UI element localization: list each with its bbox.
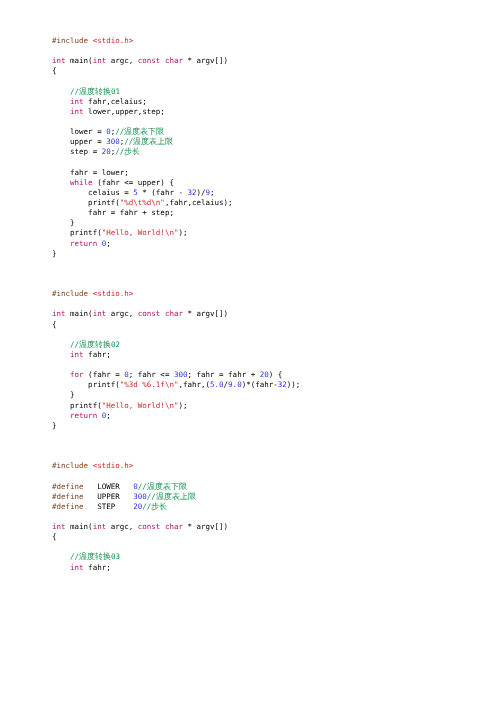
code-token bbox=[52, 563, 70, 572]
code-token: char bbox=[165, 309, 183, 318]
code-token: ); bbox=[178, 228, 187, 237]
code-token: fahr = lower; bbox=[52, 168, 129, 177]
code-token: LOWER bbox=[84, 482, 134, 491]
code-token: lower = bbox=[52, 127, 106, 136]
code-token: ,fahr,( bbox=[178, 380, 210, 389]
code-token: 300 bbox=[106, 137, 120, 146]
code-token: ; bbox=[210, 188, 215, 197]
code-line: #include <stdio.h> bbox=[52, 461, 133, 470]
code-token bbox=[52, 97, 70, 106]
code-line: int fahr; bbox=[52, 563, 111, 572]
code-token bbox=[52, 552, 70, 561]
code-token: const bbox=[138, 56, 161, 65]
code-token: lower,upper,step; bbox=[84, 107, 165, 116]
code-token: #define bbox=[52, 482, 84, 491]
code-token: int bbox=[52, 309, 66, 318]
code-token: 9.0 bbox=[228, 380, 242, 389]
code-line: } bbox=[52, 218, 75, 227]
code-token: int bbox=[93, 56, 107, 65]
code-token: #include bbox=[52, 461, 93, 470]
code-token: )/ bbox=[197, 188, 206, 197]
code-token: ) { bbox=[269, 370, 283, 379]
code-token: } bbox=[52, 218, 75, 227]
code-token bbox=[52, 239, 70, 248]
code-line: printf("Hello, World!\n"); bbox=[52, 401, 187, 410]
code-line: int lower,upper,step; bbox=[52, 107, 165, 116]
code-line: } bbox=[52, 390, 75, 399]
code-token: ); bbox=[178, 401, 187, 410]
code-token bbox=[52, 87, 70, 96]
code-token: //温度表下限 bbox=[138, 482, 187, 491]
code-block: #include <stdio.h> int main(int argc, co… bbox=[52, 36, 460, 573]
code-token bbox=[52, 411, 70, 420]
code-token bbox=[52, 178, 70, 187]
code-token: UPPER bbox=[84, 492, 134, 501]
code-token: //温度转换03 bbox=[70, 552, 120, 561]
code-token: * argv[]) bbox=[183, 522, 228, 531]
code-token: //步长 bbox=[142, 502, 167, 511]
code-token: 20 bbox=[260, 370, 269, 379]
code-line: } bbox=[52, 249, 57, 258]
code-line: upper = 300;//温度表上限 bbox=[52, 137, 173, 146]
code-token: ; bbox=[106, 411, 111, 420]
code-token: <stdio.h> bbox=[93, 289, 134, 298]
code-token bbox=[52, 107, 70, 116]
code-token: int bbox=[93, 522, 107, 531]
code-line: #define LOWER 0//温度表下限 bbox=[52, 482, 187, 491]
code-token: main( bbox=[66, 522, 93, 531]
code-line: #define STEP 20//步长 bbox=[52, 502, 167, 511]
code-line: #define UPPER 300//温度表上限 bbox=[52, 492, 196, 501]
code-token: 300 bbox=[133, 492, 147, 501]
code-line: { bbox=[52, 66, 57, 75]
code-token: * (fahr - bbox=[138, 188, 188, 197]
code-token: { bbox=[52, 532, 57, 541]
code-line: int main(int argc, const char * argv[]) bbox=[52, 309, 228, 318]
code-token: argc, bbox=[106, 309, 138, 318]
code-line: //温度转换02 bbox=[52, 340, 120, 349]
code-token: 32 bbox=[187, 188, 196, 197]
code-token: "%d\t%d\n" bbox=[120, 198, 165, 207]
code-token: celaius = bbox=[52, 188, 133, 197]
code-token: 300 bbox=[174, 370, 188, 379]
code-token: (fahr <= upper) { bbox=[93, 178, 174, 187]
code-line: return 0; bbox=[52, 239, 111, 248]
code-line: #include <stdio.h> bbox=[52, 289, 133, 298]
code-line: step = 20;//步长 bbox=[52, 147, 140, 156]
code-token: int bbox=[52, 56, 66, 65]
code-token: <stdio.h> bbox=[93, 36, 134, 45]
code-line: printf("Hello, World!\n"); bbox=[52, 228, 187, 237]
code-token: //温度表上限 bbox=[147, 492, 196, 501]
code-line: fahr = fahr + step; bbox=[52, 208, 174, 217]
code-token: //温度表上限 bbox=[124, 137, 173, 146]
code-token: (fahr = bbox=[84, 370, 125, 379]
code-line: fahr = lower; bbox=[52, 168, 129, 177]
code-token: char bbox=[165, 56, 183, 65]
code-token: printf( bbox=[52, 228, 102, 237]
code-token: #define bbox=[52, 492, 84, 501]
code-line: } bbox=[52, 421, 57, 430]
code-token: } bbox=[52, 249, 57, 258]
code-line: //温度转换01 bbox=[52, 87, 120, 96]
code-token: int bbox=[52, 522, 66, 531]
code-token: main( bbox=[66, 56, 93, 65]
page-document: #include <stdio.h> int main(int argc, co… bbox=[0, 0, 500, 708]
code-token: int bbox=[70, 97, 84, 106]
code-token: fahr,celaius; bbox=[84, 97, 147, 106]
code-token: int bbox=[70, 350, 84, 359]
code-token: for bbox=[70, 370, 84, 379]
code-token: int bbox=[70, 563, 84, 572]
code-token: argc, bbox=[106, 522, 138, 531]
code-token: ; fahr <= bbox=[129, 370, 174, 379]
code-line: int main(int argc, const char * argv[]) bbox=[52, 56, 228, 65]
code-token: "Hello, World!\n" bbox=[102, 228, 179, 237]
code-token: fahr = fahr + step; bbox=[52, 208, 174, 217]
code-token: //温度转换01 bbox=[70, 87, 120, 96]
code-token: ,fahr,celaius); bbox=[165, 198, 233, 207]
code-token: { bbox=[52, 66, 57, 75]
code-token: int bbox=[70, 107, 84, 116]
code-token: printf( bbox=[52, 401, 102, 410]
code-line: printf("%3d %6.1f\n",fahr,(5.0/9.0)*(fah… bbox=[52, 380, 300, 389]
code-token: const bbox=[138, 522, 161, 531]
code-token: printf( bbox=[52, 380, 120, 389]
code-token: )*(fahr- bbox=[242, 380, 278, 389]
